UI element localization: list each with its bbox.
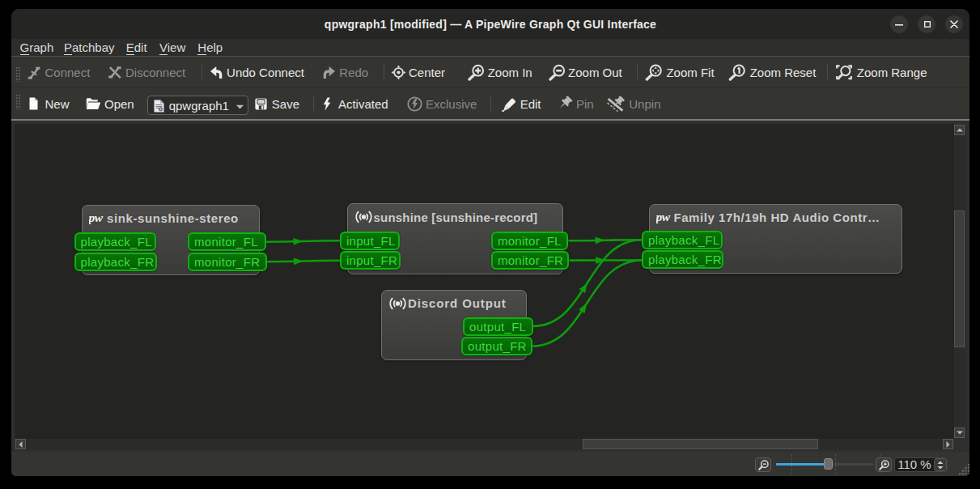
svg-text:pw: pw xyxy=(89,211,104,224)
svg-text:pw: pw xyxy=(656,210,671,223)
